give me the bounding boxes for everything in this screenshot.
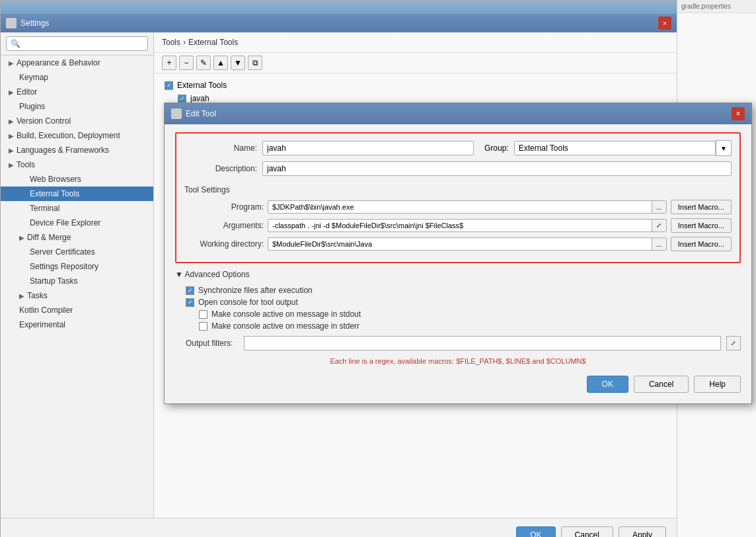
dialog-buttons: OK Cancel Help (175, 370, 741, 395)
make-active-stdout-checkbox[interactable] (199, 310, 208, 319)
advanced-options-header[interactable]: ▼ Advanced Options (175, 270, 741, 279)
sidebar-item-device-file-explorer[interactable]: Device File Explorer (1, 216, 153, 230)
right-panel-title: gradle.properties (677, 0, 756, 13)
sidebar-item-terminal[interactable]: Terminal (1, 201, 153, 216)
working-dir-insert-macro-button[interactable]: Insert Macro... (671, 237, 732, 251)
sidebar-item-keymap[interactable]: Keymap (1, 70, 153, 85)
sidebar-item-plugins[interactable]: Plugins (1, 99, 153, 114)
sidebar-item-editor[interactable]: ▶Editor (1, 85, 153, 99)
open-console-row[interactable]: Open console for tool output (175, 296, 741, 308)
sidebar-arrow-languages: ▶ (9, 147, 14, 154)
sidebar-item-version-control[interactable]: ▶Version Control (1, 114, 153, 128)
working-dir-input-wrap: ... (268, 237, 667, 251)
sidebar-item-kotlin-compiler[interactable]: Kotlin Compiler (1, 303, 153, 317)
settings-icon (6, 18, 17, 28)
add-button[interactable]: + (162, 56, 176, 70)
arguments-expand-button[interactable]: ⤢ (652, 220, 666, 231)
sidebar-item-server-certs[interactable]: Server Certificates (1, 245, 153, 259)
dialog-close-button[interactable]: × (732, 107, 745, 120)
make-active-stdout-row[interactable]: Make console active on message in stdout (175, 308, 741, 320)
sidebar-arrow-editor: ▶ (9, 89, 14, 96)
tree-item-checkbox[interactable]: ✓ (178, 95, 186, 103)
sidebar-label-diff-merge: Diff & Merge (27, 233, 71, 242)
make-active-stdout-label: Make console active on message in stdout (211, 310, 361, 319)
sidebar-item-startup-tasks[interactable]: Startup Tasks (1, 274, 153, 288)
sidebar-item-tools[interactable]: ▶Tools (1, 157, 153, 172)
sidebar-item-external-tools[interactable]: External Tools (1, 186, 153, 201)
program-label: Program: (184, 202, 264, 212)
description-label: Description: (184, 164, 257, 173)
remove-button[interactable]: − (179, 56, 194, 70)
sidebar-item-build[interactable]: ▶Build, Execution, Deployment (1, 128, 153, 143)
dialog-ok-button[interactable]: OK (587, 376, 628, 393)
program-input[interactable] (268, 200, 667, 214)
ok-button[interactable]: OK (516, 526, 555, 538)
sidebar-label-languages: Languages & Frameworks (17, 145, 109, 155)
group-input[interactable] (514, 141, 716, 155)
arguments-input-wrap: ⤢ (268, 219, 667, 232)
window-close-button[interactable]: × (658, 17, 671, 30)
cancel-button[interactable]: Cancel (561, 526, 613, 538)
sidebar-item-experimental[interactable]: Experimental (1, 317, 153, 332)
working-dir-input[interactable] (268, 237, 667, 251)
tree-root-checkbox[interactable]: ✓ (165, 81, 173, 90)
name-label: Name: (184, 144, 257, 153)
advanced-options-label: ▼ Advanced Options (175, 270, 250, 279)
sidebar-label-web-browsers: Web Browsers (30, 175, 81, 184)
program-input-wrap: ... (268, 200, 667, 214)
edit-button[interactable]: ✎ (196, 56, 211, 70)
dialog-help-button[interactable]: Help (694, 376, 741, 393)
dialog-title-label: Edit Tool (186, 109, 216, 118)
sidebar-arrow-appearance: ▶ (9, 60, 14, 67)
sync-files-label: Synchronize files after execution (198, 286, 313, 295)
move-up-button[interactable]: ▲ (213, 56, 228, 70)
sidebar-label-tasks: Tasks (27, 291, 48, 300)
sidebar-label-version-control: Version Control (17, 116, 71, 126)
group-dropdown-button[interactable]: ▼ (716, 140, 732, 156)
sidebar-label-appearance: Appearance & Behavior (17, 58, 100, 67)
sidebar-item-appearance[interactable]: ▶Appearance & Behavior (1, 56, 153, 70)
dialog-body: Name: Group: ▼ Description: Tool Setting… (165, 124, 751, 403)
working-dir-browse-button[interactable]: ... (652, 238, 666, 250)
sync-files-checkbox[interactable] (186, 286, 194, 295)
sidebar-item-tasks[interactable]: ▶Tasks (1, 288, 153, 303)
sidebar-item-settings-repo[interactable]: Settings Repository (1, 259, 153, 274)
tree-item-label: javah (190, 94, 209, 103)
copy-button[interactable]: ⧉ (248, 56, 262, 70)
sidebar-item-languages[interactable]: ▶Languages & Frameworks (1, 143, 153, 157)
edit-tool-dialog[interactable]: Edit Tool × Name: Group: ▼ Description: (164, 103, 752, 404)
sidebar-item-web-browsers[interactable]: Web Browsers (1, 172, 153, 186)
sidebar-label-kotlin-compiler: Kotlin Compiler (19, 306, 73, 315)
window-title: Settings (20, 19, 49, 28)
sync-files-row[interactable]: Synchronize files after execution (175, 284, 741, 296)
sidebar-label-editor: Editor (17, 87, 37, 97)
program-insert-macro-button[interactable]: Insert Macro... (671, 200, 732, 214)
arguments-insert-macro-button[interactable]: Insert Macro... (671, 218, 732, 233)
name-input[interactable] (262, 141, 474, 155)
apply-button[interactable]: Apply (619, 526, 666, 538)
dialog-title-bar: Edit Tool × (165, 103, 751, 124)
breadcrumb-part1: Tools (162, 38, 180, 47)
program-row: Program: ... Insert Macro... (184, 200, 732, 214)
program-browse-button[interactable]: ... (652, 201, 666, 213)
dialog-cancel-button[interactable]: Cancel (634, 376, 689, 393)
tool-settings-section: Name: Group: ▼ Description: Tool Setting… (175, 132, 741, 263)
search-input[interactable] (6, 36, 148, 51)
tree-root[interactable]: ✓ External Tools (162, 79, 669, 92)
sidebar-label-server-certs: Server Certificates (30, 247, 95, 257)
sidebar-arrow-tasks: ▶ (19, 292, 24, 300)
make-active-stderr-row[interactable]: Make console active on message in stderr (175, 320, 741, 332)
breadcrumb: Tools › External Tools (154, 32, 677, 53)
sidebar-item-diff-merge[interactable]: ▶Diff & Merge (1, 230, 153, 245)
description-input[interactable] (262, 161, 732, 176)
arguments-input[interactable] (268, 219, 667, 232)
make-active-stderr-checkbox[interactable] (199, 322, 208, 331)
sidebar-items-container: ▶Appearance & BehaviorKeymap▶EditorPlugi… (1, 56, 153, 332)
move-down-button[interactable]: ▼ (231, 56, 245, 70)
title-bar-left: Settings (6, 18, 49, 28)
output-filter-input[interactable] (244, 336, 721, 351)
sidebar: ▶Appearance & BehaviorKeymap▶EditorPlugi… (1, 32, 154, 518)
sidebar-label-startup-tasks: Startup Tasks (30, 276, 77, 286)
output-filter-expand-button[interactable]: ⤢ (726, 336, 741, 351)
open-console-checkbox[interactable] (186, 298, 194, 307)
